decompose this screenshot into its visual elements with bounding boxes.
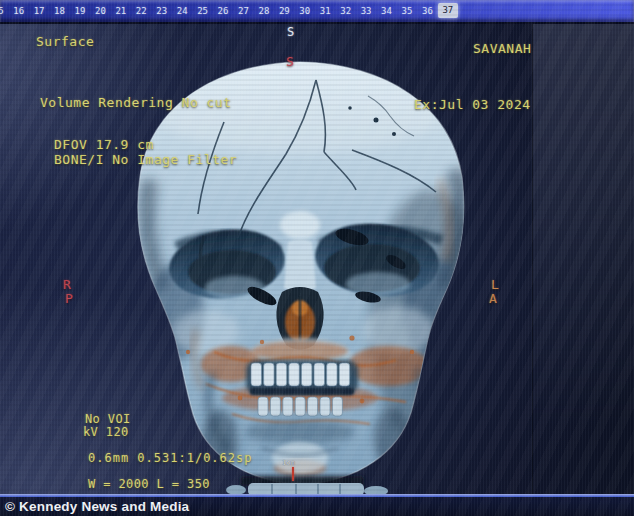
ruler-number: 30 bbox=[295, 0, 315, 22]
ruler-number: 21 bbox=[111, 0, 131, 22]
kv-label: kV 120 bbox=[83, 425, 129, 439]
orientation-r: R bbox=[63, 277, 71, 292]
scale-label: 1cm bbox=[282, 459, 295, 467]
voi-label: No VOI bbox=[85, 412, 131, 426]
exam-date-label: Ex:Jul 03 2024 bbox=[414, 97, 531, 112]
ruler-number: 28 bbox=[254, 0, 274, 22]
ruler-number: 25 bbox=[192, 0, 212, 22]
ruler-number: 29 bbox=[274, 0, 294, 22]
top-ruler-bar: 1516171819202122232425262728293031323334… bbox=[0, 0, 634, 22]
ruler-number: 17 bbox=[29, 0, 49, 22]
ruler: 1516171819202122232425262728293031323334… bbox=[0, 0, 458, 22]
scale-tick bbox=[292, 467, 294, 481]
ruler-number: 15 bbox=[0, 0, 8, 22]
bar-underline bbox=[0, 22, 634, 24]
ruler-number: 19 bbox=[70, 0, 90, 22]
ruler-number: 26 bbox=[213, 0, 233, 22]
workstation-screen: Surface SAVANAH S S Volume Rendering No … bbox=[0, 0, 634, 516]
ruler-number: 16 bbox=[8, 0, 28, 22]
ruler-number: 36 bbox=[417, 0, 437, 22]
render-mode-label: Volume Rendering No cut bbox=[40, 95, 232, 110]
dfov-label: DFOV 17.9 cm bbox=[54, 137, 154, 152]
ruler-number: 35 bbox=[397, 0, 417, 22]
orientation-a: A bbox=[489, 291, 497, 306]
window-level-label: W = 2000 L = 350 bbox=[88, 477, 210, 491]
ruler-number: 33 bbox=[356, 0, 376, 22]
patient-name: SAVANAH bbox=[473, 41, 531, 56]
orientation-s-red: S bbox=[286, 54, 294, 69]
modality-label: Surface bbox=[36, 34, 94, 49]
filter-label: BONE/I No Image Filter bbox=[54, 152, 237, 167]
ruler-number: 34 bbox=[376, 0, 396, 22]
orientation-p: P bbox=[65, 291, 73, 306]
ruler-number: 24 bbox=[172, 0, 192, 22]
orientation-s-white: S bbox=[287, 25, 295, 39]
orientation-l: L bbox=[491, 277, 499, 292]
ruler-number: 20 bbox=[90, 0, 110, 22]
ruler-number: 18 bbox=[49, 0, 69, 22]
ruler-number: 32 bbox=[335, 0, 355, 22]
ruler-number: 23 bbox=[152, 0, 172, 22]
ruler-number: 22 bbox=[131, 0, 151, 22]
ruler-number: 31 bbox=[315, 0, 335, 22]
ruler-number: 27 bbox=[233, 0, 253, 22]
right-bezel bbox=[532, 24, 634, 494]
slice-label: 0.6mm 0.531:1/0.62sp bbox=[88, 451, 253, 465]
watermark-text: © Kennedy News and Media bbox=[5, 499, 189, 514]
ruler-number: 37 bbox=[438, 3, 458, 18]
